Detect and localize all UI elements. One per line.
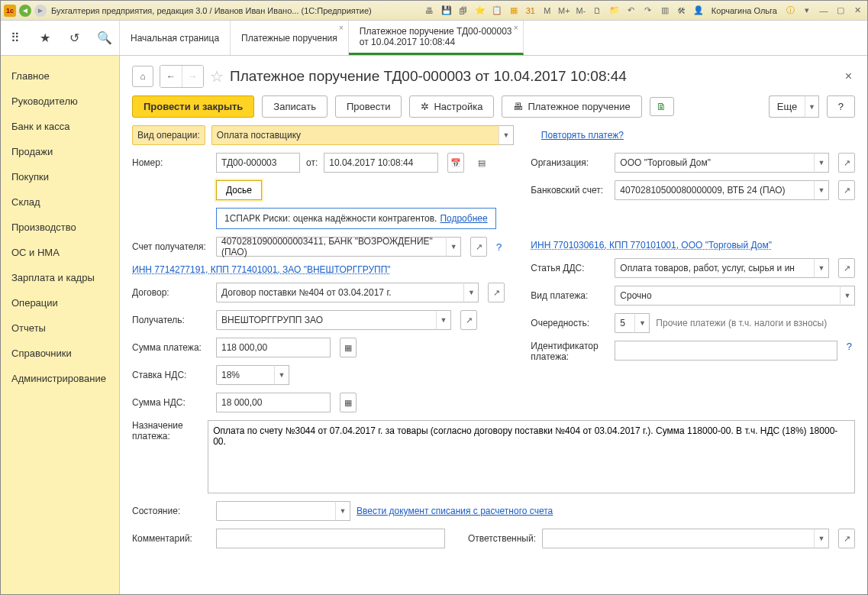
wrench-icon[interactable]: 🛠 [675, 4, 689, 18]
clipboard-icon[interactable]: 📋 [490, 4, 504, 18]
open-ref-icon[interactable]: ↗ [838, 180, 855, 200]
sidebar-item-bank[interactable]: Банк и касса [1, 114, 119, 139]
help-icon[interactable]: ? [493, 241, 505, 253]
save-button[interactable]: Записать [262, 95, 328, 118]
dropdown-icon[interactable]: ▾ [800, 4, 814, 18]
recipient-acc-field[interactable]: 40702810900000003411, БАНК "ВОЗРОЖДЕНИЕ"… [216, 237, 446, 257]
chevron-down-icon[interactable]: ▼ [814, 258, 829, 278]
user-name[interactable]: Корчагина Ольга [708, 6, 780, 15]
print-icon[interactable]: 🖶 [423, 4, 437, 18]
new-doc-icon[interactable]: 🗋 [591, 4, 605, 18]
open-ref-icon[interactable]: ↗ [838, 258, 855, 278]
apps-icon[interactable]: ⠿ [8, 31, 23, 46]
sidebar-item-assets[interactable]: ОС и НМА [1, 240, 119, 265]
panel-icon[interactable]: ▥ [658, 4, 672, 18]
close-icon[interactable]: × [339, 24, 344, 32]
write-off-link[interactable]: Ввести документ списания с расчетного сч… [357, 506, 553, 516]
chevron-down-icon[interactable]: ▼ [814, 153, 829, 173]
open-ref-icon[interactable]: ↗ [838, 529, 855, 548]
info-icon[interactable]: ⓘ [783, 4, 797, 18]
tab-home[interactable]: Начальная страница [120, 21, 231, 55]
minimize-icon[interactable]: — [817, 4, 831, 18]
dds-field[interactable]: Оплата товаров, работ, услуг, сырья и ин [615, 258, 814, 278]
sidebar-item-refs[interactable]: Справочники [1, 341, 119, 366]
open-ref-icon[interactable]: ↗ [488, 283, 505, 302]
favorite-toggle-icon[interactable]: ☆ [210, 67, 224, 86]
close-icon[interactable]: × [514, 24, 518, 32]
m-minus-icon[interactable]: M- [574, 4, 588, 18]
m-plus-icon[interactable]: M+ [557, 4, 571, 18]
redo-icon[interactable]: ↷ [641, 4, 655, 18]
calc-icon[interactable]: ▦ [507, 4, 521, 18]
favorite-icon[interactable]: ⭐ [473, 4, 487, 18]
spark-more-link[interactable]: Подробнее [440, 213, 487, 224]
sidebar-item-hr[interactable]: Зарплата и кадры [1, 265, 119, 290]
attachments-button[interactable]: 🗎 [650, 97, 674, 116]
calc-icon[interactable]: ▦ [340, 393, 357, 412]
chevron-down-icon[interactable]: ▼ [436, 310, 451, 330]
org-field[interactable]: ООО "Торговый Дом" [615, 153, 814, 173]
more-button[interactable]: Еще [769, 95, 805, 118]
payment-kind-field[interactable]: Срочно [615, 286, 840, 306]
maximize-icon[interactable]: ▢ [834, 4, 847, 18]
number-field[interactable]: ТД00-000003 [216, 153, 300, 173]
comment-field[interactable] [216, 529, 445, 548]
bank-acc-field[interactable]: 40702810500080000009, ВТБ 24 (ПАО) [615, 180, 814, 200]
help-button[interactable]: ? [827, 95, 855, 118]
sidebar-item-sales[interactable]: Продажи [1, 139, 119, 164]
help-icon[interactable]: ? [844, 341, 855, 352]
close-window-icon[interactable]: ✕ [850, 4, 864, 18]
forward-button[interactable]: → [182, 66, 203, 87]
operation-kind-field[interactable]: Оплата поставщику [211, 125, 499, 145]
nav-back-icon[interactable]: ◄ [19, 5, 31, 17]
m-icon[interactable]: M [540, 4, 554, 18]
open-ref-icon[interactable]: ↗ [838, 153, 855, 173]
tab-payment-order[interactable]: Платежное поручение ТД00-000003 от 10.04… [349, 21, 524, 55]
open-ref-icon[interactable]: ↗ [470, 237, 487, 257]
chevron-down-icon[interactable]: ▼ [499, 125, 514, 145]
chevron-down-icon[interactable]: ▼ [814, 180, 829, 200]
contract-field[interactable]: Договор поставки №404 от 03.04.2017 г. [216, 283, 463, 302]
tab-payments-list[interactable]: Платежные поручения × [231, 21, 349, 55]
sidebar-item-ops[interactable]: Операции [1, 290, 119, 315]
priority-field[interactable]: 5 [615, 313, 634, 333]
back-button[interactable]: ← [160, 66, 182, 87]
chevron-down-icon[interactable]: ▼ [814, 529, 829, 548]
sidebar-item-reports[interactable]: Отчеты [1, 315, 119, 341]
sidebar-item-admin[interactable]: Администрирование [1, 366, 119, 391]
home-button[interactable]: ⌂ [132, 66, 153, 87]
purpose-field[interactable] [208, 420, 855, 493]
nav-forward-icon[interactable]: ► [34, 5, 47, 17]
chevron-down-icon[interactable]: ▼ [840, 286, 855, 306]
open-ref-icon[interactable]: ↗ [460, 310, 477, 330]
responsible-field[interactable] [542, 529, 814, 548]
pay-id-field[interactable] [615, 341, 837, 361]
star-icon[interactable]: ★ [37, 31, 53, 46]
chevron-down-icon[interactable]: ▼ [274, 365, 289, 385]
repeat-payment-link[interactable]: Повторять платеж? [541, 130, 624, 141]
search-icon[interactable]: 🔍 [97, 31, 112, 46]
dossier-button[interactable]: Досье [216, 180, 262, 200]
post-button[interactable]: Провести [335, 95, 402, 118]
sidebar-item-manager[interactable]: Руководителю [1, 89, 119, 114]
vat-sum-field[interactable]: 18 000,00 [216, 393, 331, 412]
calc-icon[interactable]: ▦ [340, 338, 357, 357]
chevron-down-icon[interactable]: ▼ [463, 283, 479, 302]
state-field[interactable] [216, 501, 335, 521]
copy-icon[interactable]: 🗐 [457, 4, 470, 18]
sidebar-item-stock[interactable]: Склад [1, 189, 119, 215]
amount-field[interactable]: 118 000,00 [216, 338, 331, 357]
history-icon[interactable]: ↺ [67, 31, 82, 46]
setup-button[interactable]: ✲Настройка [409, 95, 494, 118]
close-form-icon[interactable]: × [842, 70, 855, 83]
chevron-down-icon[interactable]: ▼ [634, 313, 650, 333]
org-inn-link[interactable]: ИНН 7701030616, КПП 770101001, ООО "Торг… [531, 240, 772, 251]
vat-rate-field[interactable]: 18% [216, 365, 274, 385]
sidebar-item-prod[interactable]: Производство [1, 215, 119, 240]
save-icon[interactable]: 💾 [440, 4, 453, 18]
sidebar-item-purchases[interactable]: Покупки [1, 164, 119, 189]
chevron-down-icon[interactable]: ▼ [446, 237, 461, 257]
undo-icon[interactable]: ↶ [624, 4, 638, 18]
print-order-button[interactable]: 🖶Платежное поручение [502, 95, 641, 118]
recipient-inn-link[interactable]: ИНН 7714277191, КПП 771401001, ЗАО "ВНЕШ… [132, 264, 391, 275]
